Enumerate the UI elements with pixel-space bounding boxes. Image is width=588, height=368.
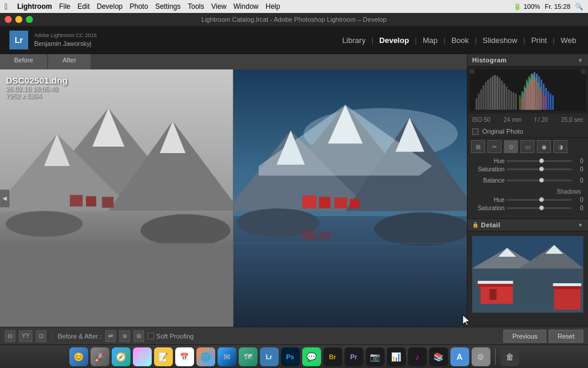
menu-lightroom[interactable]: Lightroom (17, 2, 52, 11)
survey-btn[interactable]: ⊡ (36, 330, 46, 342)
dock-finder[interactable]: 😊 (69, 347, 88, 366)
dock-app1[interactable]: 📷 (366, 347, 385, 366)
dock-bridge[interactable]: Br (323, 347, 342, 366)
menu-settings[interactable]: Settings (155, 2, 181, 11)
swap-btn[interactable]: ⇄ (105, 330, 116, 342)
dock-chrome[interactable]: 🌐 (196, 347, 215, 366)
photo-info: DSC02501.dng 26.02.16 18:05:40 7952 x 53… (6, 75, 68, 100)
histogram-chevron: ▼ (577, 57, 583, 64)
tool-grid[interactable]: ⊞ (471, 140, 485, 153)
histogram-header[interactable]: Histogram ▼ (467, 54, 588, 67)
balance-section: Balance 0 (472, 177, 583, 184)
svg-rect-45 (489, 78, 491, 110)
minimize-button[interactable] (15, 16, 22, 23)
view-mode-btn[interactable]: ⊟ (5, 330, 15, 342)
tool-rect[interactable]: ▭ (520, 140, 534, 153)
menu-help[interactable]: Help (266, 2, 280, 11)
dock-maps[interactable]: 🗺 (239, 347, 258, 366)
saturation-slider[interactable] (507, 168, 572, 170)
hue-slider[interactable] (507, 160, 572, 162)
dock-mail[interactable]: ✉ (218, 347, 236, 366)
nav-web[interactable]: Web (559, 35, 579, 46)
nav-develop[interactable]: Develop (377, 35, 412, 46)
svg-rect-32 (319, 231, 331, 239)
original-photo-row: Original Photo (467, 125, 588, 137)
photo-panel: Before After ◀ DSC02501.dng 26.02.16 18:… (0, 54, 467, 327)
before-label: Before (0, 54, 47, 69)
after-label: After (48, 54, 90, 69)
dock-lightroom[interactable]: Lr (260, 347, 279, 366)
compare-btn[interactable]: YY (19, 330, 32, 342)
svg-point-13 (141, 214, 230, 247)
copy-btn[interactable]: ⊕ (119, 330, 130, 342)
dock-whatsapp[interactable]: 💬 (302, 347, 321, 366)
maximize-button[interactable] (26, 16, 33, 23)
nav-slideshow[interactable]: Slideshow (480, 35, 520, 46)
detail-lock-icon: 🔒 (472, 222, 479, 228)
dock-photoshop[interactable]: Ps (281, 347, 300, 366)
clock: Fr. 15:28 (545, 3, 570, 10)
dock-premiere[interactable]: Pr (345, 347, 363, 366)
dock-calendar[interactable]: 📅 (175, 347, 194, 366)
svg-rect-50 (501, 81, 503, 110)
title-bar: Lightroom Catalog.lrcat - Adobe Photosho… (0, 13, 588, 26)
svg-rect-54 (510, 91, 512, 110)
original-photo-checkbox[interactable] (472, 128, 479, 135)
svg-rect-102 (490, 289, 497, 300)
menu-develop[interactable]: Develop (96, 2, 122, 11)
menu-view[interactable]: View (211, 2, 226, 11)
search-icon[interactable]: 🔍 (575, 3, 583, 11)
svg-rect-42 (483, 85, 485, 110)
svg-rect-30 (350, 199, 359, 208)
nav-library[interactable]: Library (340, 35, 368, 46)
tool-eye[interactable]: ◉ (537, 140, 551, 153)
left-arrow[interactable]: ◀ (0, 190, 9, 207)
dock-launchpad[interactable]: 🚀 (91, 347, 109, 366)
tool-adjust[interactable]: ◑ (553, 140, 567, 153)
tool-crop[interactable]: ✂ (487, 140, 502, 153)
dock-photos[interactable]: 🖼 (133, 347, 152, 366)
menu-window[interactable]: Window (233, 2, 259, 11)
dock-notes[interactable]: 📝 (154, 347, 173, 366)
dock-music[interactable]: ♪ (408, 347, 427, 366)
user-name: Benjamin Jaworskyj (34, 39, 97, 48)
balance-slider[interactable] (507, 180, 572, 181)
apple-menu[interactable]:  (5, 2, 8, 11)
svg-rect-68 (547, 91, 549, 110)
close-button[interactable] (5, 16, 12, 23)
dock-trash[interactable]: 🗑 (500, 347, 519, 366)
detail-thumbnail (472, 236, 583, 313)
dock-prefs[interactable]: ⚙ (472, 347, 490, 366)
photo-dimensions: 7952 x 5304 (6, 92, 68, 100)
detail-panel-header[interactable]: 🔒 Detail ▼ (467, 218, 588, 231)
histogram-area (467, 67, 588, 114)
dock-app2[interactable]: 📊 (387, 347, 406, 366)
tool-circle[interactable]: ⊙ (504, 140, 518, 153)
focal-value: 24 mm (504, 117, 522, 123)
svg-rect-41 (480, 89, 482, 110)
dock-books[interactable]: 📚 (429, 347, 448, 366)
toggle-btn[interactable]: ⊞ (133, 330, 144, 342)
nav-map[interactable]: Map (420, 35, 440, 46)
menu-file[interactable]: File (59, 2, 70, 11)
hue-row: Hue 0 (472, 158, 583, 164)
svg-rect-105 (553, 283, 582, 286)
nav-print[interactable]: Print (529, 35, 549, 46)
dock-appstore[interactable]: A (450, 347, 469, 366)
menu-photo[interactable]: Photo (130, 2, 148, 11)
reset-button[interactable]: Reset (549, 330, 583, 343)
shadows-sat-slider[interactable] (507, 207, 572, 209)
exposure-bar: ISO 50 24 mm f / 20 25,0 sec (467, 114, 588, 125)
svg-rect-38 (581, 69, 586, 74)
menu-edit[interactable]: Edit (78, 2, 90, 11)
iso-value: ISO 50 (472, 117, 490, 123)
dock-safari[interactable]: 🧭 (112, 347, 131, 366)
soft-proofing-checkbox[interactable] (148, 333, 154, 339)
color-panel: Hue 0 Saturation 0 Balance (467, 155, 588, 218)
svg-rect-55 (513, 92, 514, 110)
previous-button[interactable]: Previous (503, 330, 546, 343)
svg-rect-51 (503, 84, 505, 110)
menu-tools[interactable]: Tools (188, 2, 204, 11)
nav-book[interactable]: Book (449, 35, 472, 46)
shadows-hue-slider[interactable] (507, 199, 572, 201)
